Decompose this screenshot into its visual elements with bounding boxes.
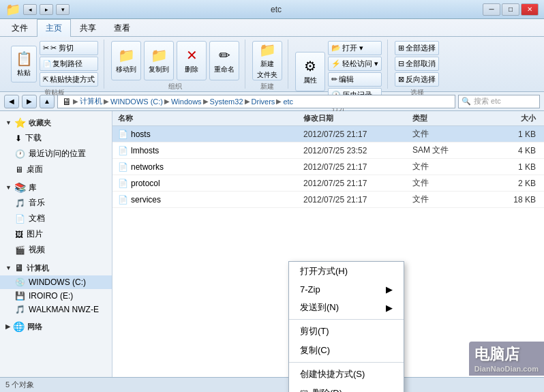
- quick-access-button[interactable]: ⚡ 轻松访问 ▾: [328, 57, 382, 71]
- open-buttons: ⚙ 属性 📂 打开 ▾ ⚡ 轻松访问 ▾ ✏ 编辑: [295, 41, 382, 102]
- file-row-protocol[interactable]: 📄 protocol 2012/07/25 21:17 文件 2 KB: [112, 175, 544, 192]
- arrow-icon-computer: ▼: [5, 265, 12, 271]
- paste-shortcut-button[interactable]: ⇱ 粘贴快捷方式: [40, 72, 98, 87]
- path-drive[interactable]: WINDOWS (C:): [110, 97, 163, 106]
- clipboard-buttons: 📋 粘贴 ✂ ✂ 剪切 📄 复制路径 ⇱ 粘贴快捷方式: [11, 41, 98, 87]
- ctx-copy[interactable]: 复制(C): [289, 341, 404, 360]
- cut-button[interactable]: ✂ ✂ 剪切: [40, 41, 98, 55]
- back-button[interactable]: ◀: [4, 95, 19, 108]
- sidebar-section-library: ▼ 📚 库 🎵 音乐 📄 文档 🖼 图片 🎬 视频: [0, 180, 112, 258]
- file-size-hosts: 1 KB: [494, 130, 544, 139]
- copy-path-button[interactable]: 📄 复制路径: [40, 57, 98, 71]
- walkman-icon: 🎵: [15, 305, 25, 314]
- rename-button[interactable]: ✏ 重命名: [209, 41, 239, 80]
- ctx-open-with[interactable]: 打开方式(H): [289, 262, 404, 281]
- sidebar-item-music[interactable]: 🎵 音乐: [0, 195, 112, 211]
- file-name-services: 📄 services: [112, 195, 303, 205]
- col-header-size[interactable]: 大小: [494, 113, 544, 123]
- forward-button[interactable]: ▶: [22, 95, 37, 108]
- quick-access-btn[interactable]: ◂: [23, 4, 37, 15]
- col-header-date[interactable]: 修改日期: [303, 113, 412, 123]
- sidebar-header-network[interactable]: ▶ 🌐 网络: [0, 319, 112, 334]
- desktop-icon: 🖥: [15, 165, 23, 175]
- file-date-services: 2012/07/25 21:17: [303, 195, 412, 205]
- minimize-button[interactable]: ─: [483, 3, 500, 16]
- ctx-cut-label: 剪切(T): [300, 325, 329, 337]
- maximize-button[interactable]: □: [502, 3, 519, 16]
- path-windows[interactable]: Windows: [171, 97, 202, 106]
- status-bar: 5 个对象: [0, 377, 544, 392]
- sidebar-item-recent[interactable]: 🕐 最近访问的位置: [0, 146, 112, 162]
- sidebar-item-e-drive[interactable]: 💾 IROIRO (E:): [0, 289, 112, 303]
- new-label: 新建: [260, 80, 274, 91]
- star-icon: ⭐: [14, 117, 26, 128]
- sidebar-item-videos[interactable]: 🎬 视频: [0, 242, 112, 258]
- file-date-protocol: 2012/07/25 21:17: [303, 179, 412, 188]
- path-system32[interactable]: System32: [210, 97, 243, 106]
- sidebar-item-docs[interactable]: 📄 文档: [0, 211, 112, 226]
- properties-button[interactable]: ⚙ 属性: [295, 52, 325, 91]
- copy-to-button[interactable]: 📁 复制到: [144, 41, 174, 80]
- sidebar-header-library[interactable]: ▼ 📚 库: [0, 180, 112, 195]
- drive-e-icon: 💾: [15, 291, 25, 301]
- path-etc[interactable]: etc: [283, 97, 293, 106]
- sidebar-item-downloads[interactable]: ⬇ 下载: [0, 130, 112, 146]
- tab-view[interactable]: 查看: [105, 19, 139, 37]
- select-none-icon: ⊟: [398, 59, 404, 68]
- file-name-lmhosts: 📄 lmhosts: [112, 146, 303, 155]
- search-box[interactable]: 🔍 搜索 etc: [458, 95, 540, 108]
- title-bar: 📁 ◂ ▸ ▾ etc ─ □ ✕: [0, 0, 544, 19]
- address-path[interactable]: 🖥 ▶ 计算机 ▶ WINDOWS (C:) ▶ Windows ▶ Syste…: [57, 95, 455, 108]
- paste-button[interactable]: 📋 粘贴: [11, 46, 37, 82]
- up-button[interactable]: ▲: [40, 95, 55, 108]
- close-button[interactable]: ✕: [521, 3, 539, 16]
- scissors-icon: ✂: [43, 44, 49, 52]
- file-type-protocol: 文件: [412, 177, 494, 189]
- select-none-button[interactable]: ⊟ 全部取消: [395, 57, 439, 71]
- quick-access-btn2[interactable]: ▸: [40, 4, 53, 15]
- col-header-type[interactable]: 类型: [412, 113, 494, 123]
- path-drivers[interactable]: Drivers: [252, 97, 275, 106]
- sidebar-item-desktop[interactable]: 🖥 桌面: [0, 162, 112, 177]
- delete-button[interactable]: ✕ 删除: [177, 41, 207, 80]
- sidebar-item-pictures[interactable]: 🖼 图片: [0, 226, 112, 242]
- sidebar-item-c-drive[interactable]: 💿 WINDOWS (C:): [0, 275, 112, 289]
- sidebar-header-favorites[interactable]: ▼ ⭐ 收藏夹: [0, 115, 112, 130]
- ribbon-group-organize: 📁 移动到 📁 复制到 ✕ 删除 ✏ 重命名 组织: [106, 40, 245, 89]
- ctx-7zip[interactable]: 7-Zip ▶: [289, 281, 404, 298]
- open-button[interactable]: 📂 打开 ▾: [328, 41, 382, 55]
- library-icon: 📚: [14, 182, 26, 193]
- download-icon: ⬇: [15, 134, 22, 143]
- sidebar-header-computer[interactable]: ▼ 🖥 计算机: [0, 260, 112, 275]
- col-header-name[interactable]: 名称: [112, 113, 303, 123]
- file-date-lmhosts: 2012/07/25 23:52: [303, 146, 412, 155]
- shield-icon-delete: 🛡: [300, 389, 308, 392]
- ctx-cut[interactable]: 剪切(T): [289, 322, 404, 341]
- ctx-create-shortcut[interactable]: 创建快捷方式(S): [289, 365, 404, 384]
- file-row-hosts[interactable]: 📄 hosts 2012/07/25 21:17 文件 1 KB: [112, 126, 544, 142]
- invert-select-button[interactable]: ⊠ 反向选择: [395, 72, 439, 87]
- docs-icon: 📄: [15, 214, 25, 224]
- select-all-button[interactable]: ⊞ 全部选择: [395, 41, 439, 55]
- status-text: 5 个对象: [5, 380, 34, 390]
- window-controls: ─ □ ✕: [483, 3, 539, 16]
- tab-share[interactable]: 共享: [71, 19, 105, 37]
- file-type-lmhosts: SAM 文件: [412, 145, 494, 156]
- move-to-button[interactable]: 📁 移动到: [111, 41, 141, 80]
- invert-icon: ⊠: [398, 75, 404, 84]
- ctx-delete[interactable]: 🛡 删除(D): [289, 384, 404, 392]
- network-icon: 🌐: [13, 321, 25, 332]
- file-row-services[interactable]: 📄 services 2012/07/25 21:17 文件 18 KB: [112, 192, 544, 208]
- quick-access-btn3[interactable]: ▾: [56, 4, 70, 15]
- new-folder-button[interactable]: 📁 新建 文件夹: [252, 41, 282, 80]
- file-row-networks[interactable]: 📄 networks 2012/07/25 21:17 文件 1 KB: [112, 159, 544, 175]
- window-title: etc: [271, 5, 282, 14]
- sidebar-item-walkman[interactable]: 🎵 WALKMAN NWZ-E: [0, 303, 112, 316]
- tab-file[interactable]: 文件: [3, 19, 37, 37]
- path-computer[interactable]: 计算机: [80, 96, 102, 106]
- tab-home[interactable]: 主页: [37, 19, 71, 37]
- edit-button[interactable]: ✏ 编辑: [328, 72, 382, 87]
- videos-icon: 🎬: [15, 245, 25, 255]
- ctx-send-to[interactable]: 发送到(N) ▶: [289, 298, 404, 317]
- file-row-lmhosts[interactable]: 📄 lmhosts 2012/07/25 23:52 SAM 文件 4 KB: [112, 142, 544, 159]
